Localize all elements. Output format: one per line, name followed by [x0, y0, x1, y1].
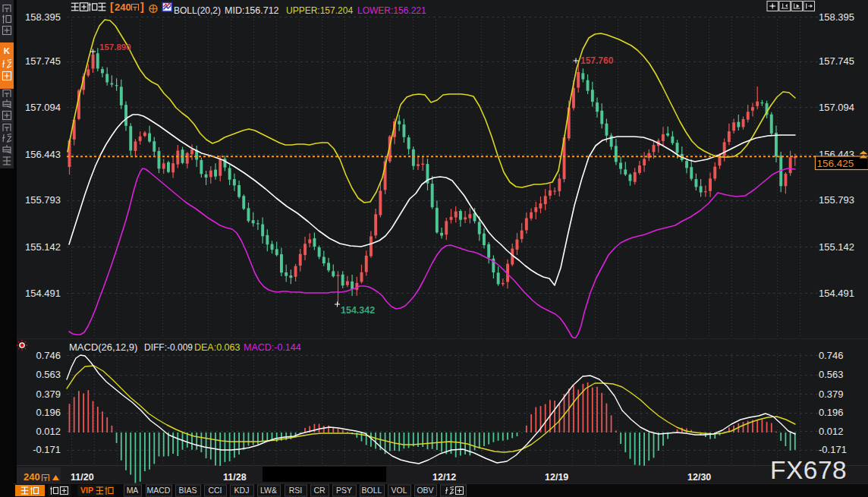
svg-text:LW&: LW&: [260, 486, 277, 495]
svg-text:MACD: MACD: [147, 486, 171, 495]
svg-text:MACD(26,12,9): MACD(26,12,9): [69, 341, 137, 353]
svg-text:0.196: 0.196: [819, 407, 844, 418]
svg-text:155.793: 155.793: [25, 194, 61, 206]
svg-text:155.142: 155.142: [25, 241, 61, 253]
svg-text:]: ]: [140, 1, 144, 13]
svg-text:KDJ: KDJ: [234, 486, 250, 495]
svg-text:-0.171: -0.171: [819, 444, 847, 455]
svg-text:157.745: 157.745: [25, 55, 61, 67]
svg-text:154.491: 154.491: [25, 288, 61, 299]
svg-text:K: K: [4, 46, 11, 55]
svg-text:CR: CR: [313, 486, 326, 495]
svg-text:157.890: 157.890: [99, 42, 131, 52]
svg-text:11/20: 11/20: [71, 472, 94, 483]
svg-text:VIP: VIP: [80, 486, 93, 495]
svg-text:158.395: 158.395: [819, 11, 854, 23]
svg-text:157.760: 157.760: [580, 55, 614, 66]
svg-text:OBV: OBV: [417, 486, 433, 495]
svg-text:-0.171: -0.171: [33, 444, 61, 455]
svg-text:BOLL(20,2): BOLL(20,2): [174, 5, 221, 16]
svg-text:0.746: 0.746: [819, 350, 844, 361]
svg-text:MA: MA: [127, 486, 139, 495]
svg-text:157.094: 157.094: [25, 102, 61, 113]
svg-text:240: 240: [115, 2, 131, 13]
svg-text:0.563: 0.563: [36, 369, 61, 380]
svg-text:240: 240: [24, 471, 40, 483]
svg-text:157.094: 157.094: [819, 102, 854, 113]
svg-text:0.563: 0.563: [819, 369, 844, 380]
svg-text:0.379: 0.379: [819, 388, 844, 400]
svg-text:DIFF:-0.009: DIFF:-0.009: [144, 342, 193, 353]
svg-text:156.443: 156.443: [25, 149, 61, 160]
svg-text:0.012: 0.012: [819, 426, 844, 437]
svg-text:MID:156.712: MID:156.712: [225, 5, 279, 16]
svg-text:PSY: PSY: [336, 486, 352, 495]
svg-text:0.012: 0.012: [36, 426, 61, 437]
svg-text:RSI: RSI: [289, 486, 303, 495]
svg-text:0.379: 0.379: [36, 388, 61, 400]
svg-text:DEA:0.063: DEA:0.063: [194, 342, 241, 353]
svg-text:154.491: 154.491: [819, 288, 854, 299]
svg-text:156.425: 156.425: [817, 158, 854, 169]
svg-text:158.395: 158.395: [25, 11, 61, 23]
svg-text:MACD:-0.144: MACD:-0.144: [244, 342, 301, 353]
svg-text:FX678: FX678: [770, 456, 847, 484]
svg-text:155.793: 155.793: [819, 194, 854, 206]
svg-text:0.196: 0.196: [36, 407, 61, 418]
svg-text:CCI: CCI: [208, 486, 222, 495]
svg-text:LOWER:156.221: LOWER:156.221: [357, 5, 426, 16]
svg-text:12/30: 12/30: [687, 472, 711, 483]
svg-text:BIAS: BIAS: [179, 486, 197, 495]
svg-text:0.746: 0.746: [36, 350, 61, 361]
svg-text:[: [: [110, 1, 114, 13]
svg-text:BOLL: BOLL: [362, 486, 382, 495]
svg-text:UPPER:157.204: UPPER:157.204: [286, 5, 353, 16]
svg-text:12/19: 12/19: [545, 472, 568, 483]
svg-text:11/28: 11/28: [223, 472, 247, 483]
svg-text:12/12: 12/12: [432, 472, 456, 483]
svg-text:VOL: VOL: [391, 486, 407, 495]
svg-text:155.142: 155.142: [819, 241, 854, 253]
svg-text:154.342: 154.342: [341, 305, 375, 316]
svg-text:157.745: 157.745: [819, 55, 854, 67]
